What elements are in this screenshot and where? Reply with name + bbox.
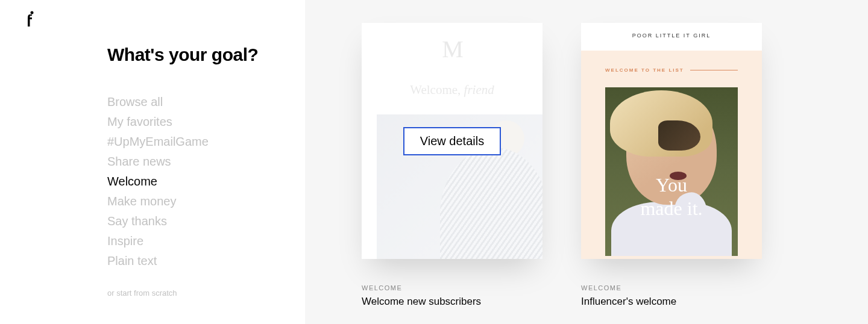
subtitle-text: WELCOME TO THE LIST [605, 67, 684, 73]
menu-item-browse-all[interactable]: Browse all [107, 95, 281, 109]
template-card[interactable]: M Welcome, friend View details WELCOME W… [362, 23, 542, 324]
menu-item-share-news[interactable]: Share news [107, 155, 281, 169]
template-title: Welcome new subscribers [362, 296, 542, 308]
template-preview: M Welcome, friend View details [362, 23, 542, 259]
menu-item-inspire[interactable]: Inspire [107, 234, 281, 248]
menu-item-upmyemailgame[interactable]: #UpMyEmailGame [107, 135, 281, 149]
template-hero-image: You made it. [605, 87, 738, 256]
template-subtitle: WELCOME TO THE LIST [605, 67, 738, 73]
template-title: Influencer's welcome [581, 296, 762, 308]
menu-item-make-money[interactable]: Make money [107, 195, 281, 208]
template-gallery: M Welcome, friend View details WELCOME W… [305, 0, 868, 324]
menu-item-welcome[interactable]: Welcome [107, 175, 281, 188]
overlay-line2: made it. [640, 198, 702, 219]
menu-item-my-favorites[interactable]: My favorites [107, 115, 281, 129]
svg-point-0 [31, 11, 34, 14]
overlay-line1: You [656, 174, 687, 196]
goal-menu: Browse all My favorites #UpMyEmailGame S… [107, 95, 281, 268]
template-brand-name: POOR LITTLE IT GIRL [581, 23, 762, 51]
page-title: What's your goal? [107, 45, 281, 65]
divider-line [690, 70, 738, 70]
view-details-button[interactable]: View details [403, 127, 501, 155]
menu-item-plain-text[interactable]: Plain text [107, 254, 281, 268]
template-category: WELCOME [581, 284, 762, 291]
card-hover-overlay: View details [362, 23, 542, 259]
sidebar: What's your goal? Browse all My favorite… [0, 0, 305, 324]
overlay-text: You made it. [605, 173, 738, 220]
template-preview: POOR LITTLE IT GIRL WELCOME TO THE LIST [581, 23, 762, 259]
start-from-scratch-link[interactable]: or start from scratch [107, 288, 281, 298]
template-category: WELCOME [362, 284, 542, 291]
menu-item-say-thanks[interactable]: Say thanks [107, 214, 281, 228]
template-card[interactable]: POOR LITTLE IT GIRL WELCOME TO THE LIST [581, 23, 762, 324]
brand-logo [25, 11, 34, 31]
